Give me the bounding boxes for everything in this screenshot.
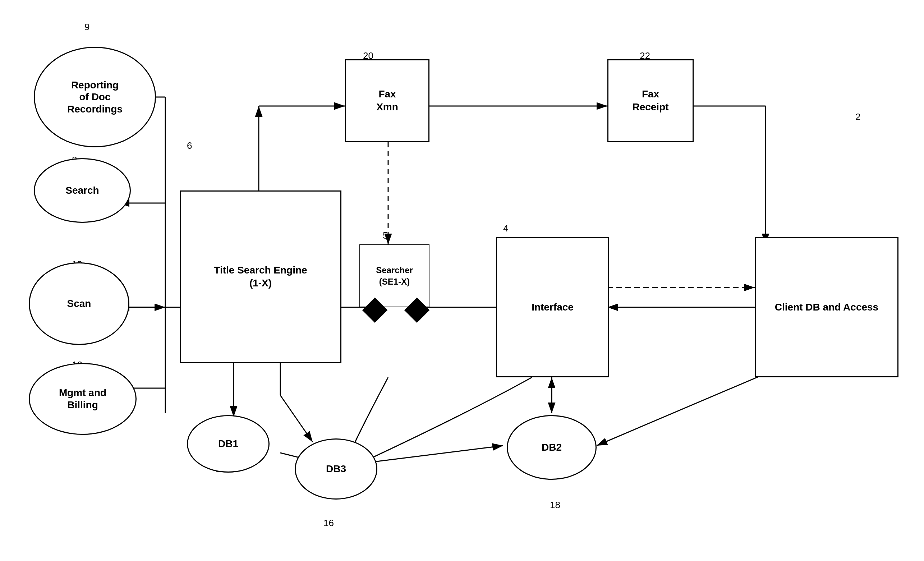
ref-4: 4 xyxy=(503,223,508,234)
search-node: Search xyxy=(34,158,131,223)
svg-line-24 xyxy=(280,395,313,442)
client-db-label: Client DB and Access xyxy=(775,301,878,314)
interface-label: Interface xyxy=(531,301,574,314)
db2-node: DB2 xyxy=(507,415,597,480)
client-db-node: Client DB and Access xyxy=(755,237,898,377)
ref-5: 5 xyxy=(383,230,388,241)
ref-2: 2 xyxy=(855,111,860,123)
search-label: Search xyxy=(65,184,99,196)
fax-receipt-node: FaxReceipt xyxy=(608,59,694,142)
ref-16: 16 xyxy=(324,518,334,529)
searcher-label: Searcher(SE1-X) xyxy=(376,264,413,287)
db1-label: DB1 xyxy=(218,438,238,450)
reporting-node: Reportingof DocRecordings xyxy=(34,47,156,147)
scan-node: Scan xyxy=(29,262,129,345)
db1-node: DB1 xyxy=(187,415,270,472)
ref-18: 18 xyxy=(550,500,560,511)
db2-label: DB2 xyxy=(542,441,562,453)
db3-label: DB3 xyxy=(326,463,346,475)
reporting-label: Reportingof DocRecordings xyxy=(67,79,123,116)
scan-label: Scan xyxy=(67,298,91,310)
svg-line-26 xyxy=(359,446,503,464)
fax-receipt-label: FaxReceipt xyxy=(632,88,669,114)
diagram: 9 Reportingof DocRecordings 8 Search 10 … xyxy=(0,0,924,561)
ref-9: 9 xyxy=(84,22,90,33)
db3-node: DB3 xyxy=(295,438,377,500)
ref-6: 6 xyxy=(187,140,192,151)
title-search-label: Title Search Engine(1-X) xyxy=(214,264,307,290)
searcher-node: Searcher(SE1-X) xyxy=(359,244,429,307)
mgmt-node: Mgmt andBilling xyxy=(29,363,136,435)
interface-node: Interface xyxy=(496,237,609,377)
mgmt-label: Mgmt andBilling xyxy=(59,387,106,411)
fax-xmn-node: FaxXmn xyxy=(345,59,429,142)
title-search-node: Title Search Engine(1-X) xyxy=(180,190,341,363)
fax-xmn-label: FaxXmn xyxy=(376,88,398,114)
